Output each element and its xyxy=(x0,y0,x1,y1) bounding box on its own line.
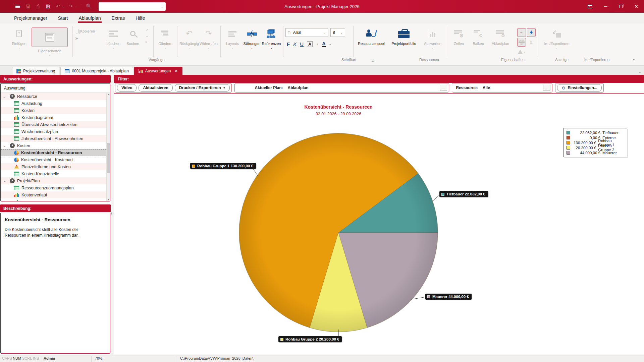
menu-start[interactable]: Start xyxy=(53,13,73,23)
underline-button[interactable]: U xyxy=(300,41,304,47)
layouts-button[interactable]: Layouts⌄ xyxy=(223,25,242,49)
print-button[interactable]: ⎙ xyxy=(34,2,42,11)
tab-projektverwaltung[interactable]: Projektverwaltung xyxy=(12,67,59,75)
tree-scrollbar[interactable]: ▲ ▼ xyxy=(106,93,110,201)
calendar-button[interactable]: 🗓 xyxy=(527,38,536,47)
tree-item-jahresuebersicht-abwesenheiten[interactable]: Jahresübersicht - Abwesenheiten xyxy=(1,135,106,142)
undo-button[interactable]: ↶ xyxy=(54,2,62,11)
balken-button[interactable]: ⚙ Balken xyxy=(469,25,488,46)
plan-browse-button[interactable]: ... xyxy=(440,85,447,91)
scroll-down-icon[interactable]: ▼ xyxy=(107,198,110,201)
stoerungen-button[interactable]: Störungen⌄ xyxy=(242,25,262,49)
menu-hilfe[interactable]: Hilfe xyxy=(130,13,150,23)
link-tasks-button[interactable]: ⇗ xyxy=(145,28,148,32)
bold-button[interactable]: F xyxy=(287,41,290,47)
loeschen-button[interactable]: Löschen⌄ xyxy=(104,25,123,49)
warning-button[interactable]: ⌄ xyxy=(517,48,526,56)
save-button[interactable]: 🖫 xyxy=(23,2,32,11)
tree-item-kosten[interactable]: Kosten xyxy=(1,107,106,114)
select-cursor-button[interactable]: ➤ xyxy=(75,36,104,41)
toggle-flowchart-button[interactable]: ⚯ xyxy=(517,28,526,37)
toggle-soll-ist-button[interactable]: SOLLIST xyxy=(517,38,526,47)
tab-musterprojekt-ablaufplan[interactable]: 0001 Musterprojekt - Ablaufplan xyxy=(60,67,133,75)
font-frame-button[interactable]: A xyxy=(307,41,313,47)
toggle-disruptions-button[interactable] xyxy=(527,28,536,37)
tree-item-kostenverlauf[interactable]: Kostenverlauf xyxy=(1,191,106,198)
chevron-down-icon[interactable]: ⌄ xyxy=(3,144,7,147)
referenzen-button[interactable]: Referenzen⌄ xyxy=(262,25,281,49)
scroll-up-icon[interactable]: ▲ xyxy=(107,93,110,96)
tree-item-wocheneinsatzplan[interactable]: Wocheneinsatzplan xyxy=(1,128,106,135)
redo-dropdown[interactable]: ⌄ xyxy=(75,5,78,8)
tab-auswertungen[interactable]: Auswertungen ✕ xyxy=(134,67,182,75)
collapse-ribbon-button[interactable]: ⌃ xyxy=(632,58,635,63)
plan-value-field[interactable]: Ablaufplan xyxy=(285,85,406,90)
video-button[interactable]: Video xyxy=(117,84,137,92)
restore-button[interactable] xyxy=(613,0,629,13)
drucken-exportieren-button[interactable]: Drucken / Exportieren ▼ xyxy=(175,84,230,92)
tree-item-kostendiagramm[interactable]: Kostendiagramm xyxy=(1,114,106,121)
callout-rohbau-gruppe-2[interactable]: Rohbau Gruppe 2 20.200,00 € xyxy=(278,336,342,342)
ressourcenpool-button[interactable]: Ressourcenpool xyxy=(356,25,387,46)
aktualisieren-button[interactable]: Aktualisieren xyxy=(139,84,172,92)
im-exportieren-button[interactable]: ⇙ Im-/Exportieren⌄ xyxy=(540,25,574,49)
chevron-down-icon[interactable]: ⌄ xyxy=(3,95,7,98)
callout-tiefbauer[interactable]: Tiefbauer 22.032,00 € xyxy=(439,191,488,197)
einfuegen-button[interactable]: Einfügen⌄ xyxy=(9,25,29,49)
align-button[interactable]: ⇤ xyxy=(145,40,148,44)
einstellungen-button[interactable]: ⚙ Einstellungen... xyxy=(557,84,601,92)
resource-value-field[interactable]: Alle xyxy=(480,85,510,90)
sidebar-splitter[interactable] xyxy=(111,75,114,355)
chevron-down-icon[interactable]: ⌄ xyxy=(329,42,332,46)
gliedern-button[interactable]: Gliedern⌄ xyxy=(156,25,175,49)
menu-projektmanager[interactable]: Projektmanager xyxy=(9,13,53,23)
tree-item-partial[interactable] xyxy=(1,198,106,201)
ribbon-options-button[interactable] xyxy=(582,0,598,13)
undo-dropdown[interactable]: ⌄ xyxy=(62,5,65,8)
italic-button[interactable]: K xyxy=(293,41,297,47)
chevron-down-icon[interactable]: ⌄ xyxy=(316,42,319,46)
titlebar-search-input[interactable] xyxy=(99,3,160,10)
tree-group-kosten[interactable]: ⌄ Kosten xyxy=(1,142,106,149)
tab-overflow-icon[interactable]: ⌄ xyxy=(639,70,641,74)
resource-browse-button[interactable]: ... xyxy=(543,85,550,91)
auswerten-button[interactable]: Auswerten⌄ xyxy=(421,25,445,49)
tree-item-uebersicht-abwesenheitszeiten[interactable]: Übersicht Abwesenheitszeiten xyxy=(1,121,106,128)
ablaufplan-settings-button[interactable]: ⚙ Ablaufplan xyxy=(488,25,513,46)
tree-item-kosten-kreuztabelle[interactable]: Kosten-Kreuztabelle xyxy=(1,170,106,177)
titlebar-search-button[interactable]: 🔍 xyxy=(85,2,93,11)
chevron-down-icon[interactable]: ⌄ xyxy=(3,179,7,183)
tree-item-kostenuebersicht-ressourcen[interactable]: Kostenübersicht - Ressourcen xyxy=(1,149,106,156)
callout-mauerer[interactable]: Mauerer 44.000,00 € xyxy=(425,294,472,300)
menu-extras[interactable]: Extras xyxy=(106,13,130,23)
widerrufen-button[interactable]: ↷ Widerrufen⌄ xyxy=(199,25,218,49)
tree-item-kostenuebersicht-kostenart[interactable]: Kostenübersicht - Kostenart xyxy=(1,156,106,163)
projektportfolio-button[interactable]: Projektportfolio xyxy=(387,25,421,46)
font-family-select[interactable]: Tт Arial ⌄ xyxy=(285,28,328,37)
redo-button[interactable]: ↷ xyxy=(66,2,75,11)
tree-group-ressource[interactable]: ⌄ Ressource xyxy=(1,93,106,100)
addressbook-button[interactable]: 🖹 xyxy=(44,2,52,11)
callout-rohbau-gruppe-1[interactable]: Rohbau Gruppe 1 130.200,00 € xyxy=(190,163,256,169)
spacing-button[interactable]: ↔ xyxy=(145,34,149,38)
close-button[interactable]: ✕ xyxy=(629,0,644,13)
tree-item-auslastung[interactable]: Auslastung xyxy=(1,100,106,107)
dialog-launcher-icon[interactable]: ◿ xyxy=(372,58,374,62)
font-color-button[interactable]: A xyxy=(322,41,326,47)
app-menu-button[interactable] xyxy=(13,2,22,11)
zoom-level[interactable]: 70% xyxy=(95,356,102,360)
eigenschaften-button[interactable]: Eigenschaften⌄ xyxy=(29,25,70,57)
scrollbar-thumb[interactable] xyxy=(107,143,110,173)
menu-ablaufplan[interactable]: Ablaufplan xyxy=(73,13,106,23)
rueckgaengig-button[interactable]: ↶ Rückgängig⌄ xyxy=(179,25,199,49)
tree-item-ressourcenzuordnungsplan[interactable]: Ressourcenzuordnungsplan xyxy=(1,184,106,191)
font-size-select[interactable]: 8 ⌄ xyxy=(330,28,345,37)
tree-group-projekt-plan[interactable]: ⌄ Projekt/Plan xyxy=(1,177,106,184)
kopieren-button[interactable]: Kopieren xyxy=(75,29,104,33)
suchen-button[interactable]: Suchen xyxy=(123,25,143,46)
tree-item-planzeitraeume-und-kosten[interactable]: Planzeiträume und Kosten xyxy=(1,163,106,170)
zeilen-button[interactable]: ⚙ Zeilen xyxy=(449,25,469,46)
tab-close-icon[interactable]: ✕ xyxy=(175,69,178,73)
search-dropdown-icon[interactable]: ⌄ xyxy=(159,5,165,8)
minimize-button[interactable] xyxy=(598,0,613,13)
